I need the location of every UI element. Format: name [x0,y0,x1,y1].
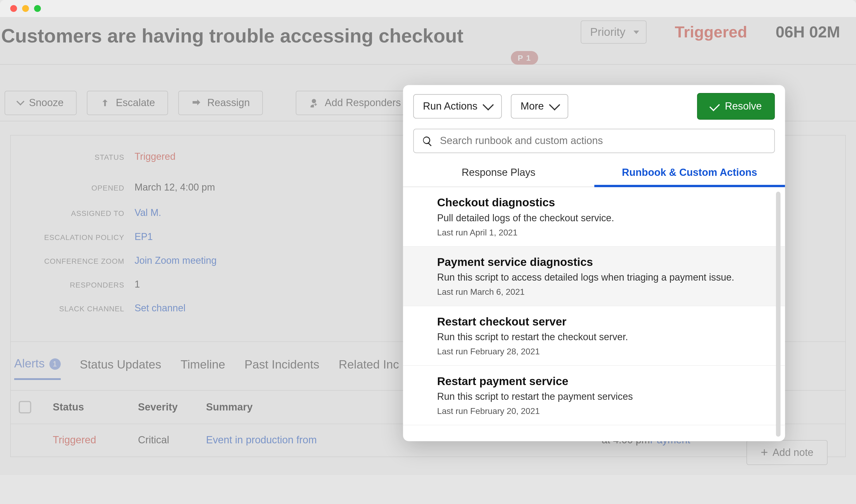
check-icon [709,101,720,111]
run-actions-button[interactable]: Run Actions [413,94,502,119]
assigned-value[interactable]: Val M. [135,208,417,219]
more-label: More [520,101,544,112]
alerts-count-badge: 1 [49,358,61,369]
col-severity: Severity [138,401,206,413]
opened-label: OPENED [22,182,124,195]
action-item[interactable]: Restart checkout serverRun this script t… [403,306,785,366]
search-box[interactable] [413,129,775,153]
priority-select[interactable]: Priority [581,20,647,43]
mac-max-icon[interactable] [34,5,41,12]
col-summary: Summary [206,401,433,413]
mac-min-icon[interactable] [22,5,29,12]
action-title: Payment service diagnostics [437,256,751,269]
action-item[interactable]: Checkout diagnosticsPull detailed logs o… [403,187,785,247]
conf-value[interactable]: Join Zoom meeting [135,255,417,266]
select-all-checkbox[interactable] [19,401,31,413]
arrow-up-icon [100,98,110,108]
reassign-label: Reassign [207,97,250,109]
user-plus-icon [309,98,319,108]
assigned-label: ASSIGNED TO [22,208,124,219]
action-title: Restart checkout server [437,315,751,328]
snooze-button[interactable]: Snooze [4,91,77,115]
ep-label: ESCALATION POLICY [22,231,124,242]
tab-response-plays[interactable]: Response Plays [403,160,594,186]
action-desc: Run this script to restart the checkout … [437,331,751,343]
add-note-label: Add note [772,447,814,458]
add-responders-button[interactable]: Add Responders [296,91,414,115]
scrollbar[interactable] [776,192,781,437]
chevron-down-icon [483,100,494,111]
plus-icon: + [761,446,768,459]
resolve-label: Resolve [725,101,762,112]
tab-status-updates[interactable]: Status Updates [80,358,161,379]
escalate-button[interactable]: Escalate [87,91,168,115]
tab-related-incidents[interactable]: Related Inc [339,358,399,379]
status-value: Triggered [135,151,417,170]
action-meta: Last run March 6, 2021 [437,287,751,296]
mac-close-icon[interactable] [10,5,17,12]
run-actions-label: Run Actions [423,101,478,112]
tab-alerts-label: Alerts [14,357,45,370]
tab-timeline[interactable]: Timeline [181,358,225,379]
chevron-down-icon [549,100,560,111]
conf-label: CONFERENCE ZOOM [22,255,124,266]
resp-label: RESPONDERS [22,279,124,290]
reassign-button[interactable]: Reassign [178,91,263,115]
actions-popover: Run Actions More Resolve Response Plays … [403,85,785,441]
priority-badge: P 1 [511,51,538,65]
row-severity: Critical [138,434,206,446]
slack-value[interactable]: Set channel [135,303,417,314]
opened-value: March 12, 4:00 pm [135,182,417,195]
tab-past-incidents[interactable]: Past Incidents [244,358,320,379]
incident-header: Customers are having trouble accessing c… [0,17,856,65]
col-status: Status [53,401,138,413]
share-icon [191,98,202,108]
resp-value: 1 [135,279,417,290]
add-note-button[interactable]: + Add note [747,440,828,465]
tab-alerts[interactable]: Alerts 1 [14,357,61,380]
snooze-label: Snooze [29,97,64,109]
action-meta: Last run February 28, 2021 [437,347,751,356]
resolve-button[interactable]: Resolve [697,93,775,120]
action-desc: Run this script to access detailed logs … [437,272,751,284]
incident-duration: 06H 02M [775,23,840,41]
action-meta: Last run April 1, 2021 [437,228,751,237]
tab-runbook-actions[interactable]: Runbook & Custom Actions [594,160,785,186]
more-button[interactable]: More [511,94,568,119]
search-icon [422,135,433,146]
search-input[interactable] [440,135,766,147]
incident-status: Triggered [675,23,748,41]
mac-titlebar [0,0,856,17]
action-meta: Last run February 20, 2021 [437,406,751,416]
add-responders-label: Add Responders [325,97,401,109]
row-status: Triggered [53,434,138,446]
actions-list: Checkout diagnosticsPull detailed logs o… [403,187,785,441]
action-item[interactable]: Restart payment serviceRun this script t… [403,366,785,426]
action-item[interactable]: Payment service diagnosticsRun this scri… [403,247,785,306]
action-title: Checkout diagnostics [437,196,751,209]
action-desc: Pull detailed logs of the checkout servi… [437,213,751,224]
action-title: Restart payment service [437,375,751,388]
row-summary[interactable]: Event in production from [206,434,433,446]
chevron-down-icon [16,97,24,106]
action-desc: Run this script to restart the payment s… [437,391,751,402]
slack-label: SLACK CHANNEL [22,303,124,314]
escalate-label: Escalate [116,97,155,109]
status-label: STATUS [22,151,124,170]
ep-value[interactable]: EP1 [135,231,417,242]
